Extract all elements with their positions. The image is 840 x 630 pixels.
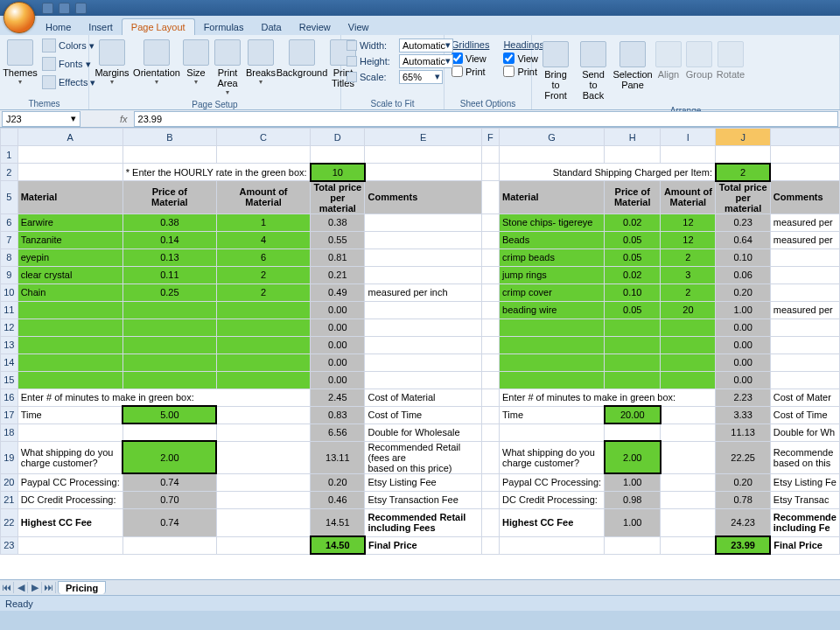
cell[interactable]: 0.21 [311,266,365,284]
cell[interactable] [661,318,716,336]
cell[interactable]: 2.00 [605,441,661,473]
cell[interactable]: clear crystal [18,266,122,284]
cell[interactable] [661,336,716,354]
cell[interactable] [500,371,605,388]
cell[interactable]: Final Price [365,536,481,554]
select-all[interactable] [1,129,18,146]
cell[interactable]: 0.00 [716,354,770,371]
tab-nav-next[interactable]: ▶ [28,582,42,593]
cell[interactable] [500,146,605,164]
cell[interactable]: Chain [18,284,122,301]
cell[interactable] [770,371,839,388]
cell[interactable] [311,146,365,164]
cell[interactable]: Final Price [770,536,839,554]
cell[interactable]: 12 [661,231,716,248]
selection-pane-button[interactable]: Selection Pane [612,38,653,93]
row-header[interactable]: 7 [1,231,18,248]
row-header[interactable]: 13 [1,336,18,354]
cell[interactable]: Paypal CC Processing: [18,473,122,491]
cell[interactable] [661,424,716,441]
formula-input[interactable]: 23.99 [134,111,838,127]
col-H[interactable]: H [605,129,661,146]
cell[interactable] [365,231,481,248]
cell[interactable]: Enter # of minutes to make in green box: [18,388,310,406]
cell[interactable]: 0.02 [605,214,661,231]
gridlines-print-checkbox[interactable]: Print [452,66,489,77]
cell[interactable]: Beads [500,231,605,248]
qat-redo-icon[interactable] [75,3,87,14]
cell[interactable]: 0.05 [605,231,661,248]
cell[interactable] [481,266,499,284]
col-G[interactable]: G [500,129,605,146]
cell[interactable]: 0.23 [716,214,770,231]
cell[interactable] [481,336,499,354]
col-E[interactable]: E [365,129,481,146]
tab-review[interactable]: Review [290,19,340,35]
gridlines-view-checkbox[interactable]: View [452,52,489,64]
cell[interactable]: Paypal CC Processing: [500,473,605,491]
align-button[interactable]: Align [654,38,682,82]
cell[interactable]: 0.20 [311,473,365,491]
cell[interactable] [481,491,499,508]
cell[interactable] [216,536,310,554]
cell[interactable] [481,301,499,318]
cell[interactable] [605,536,661,554]
background-button[interactable]: Background [278,37,326,80]
cell[interactable]: 2 [661,248,716,266]
cell[interactable]: Highest CC Fee [500,508,605,536]
cell[interactable]: measured per [770,231,839,248]
cell[interactable] [365,248,481,266]
cell[interactable]: Enter # of minutes to make in green box: [500,388,716,406]
cell[interactable]: Price of Material [122,181,216,214]
cell[interactable] [770,164,839,181]
cell[interactable] [500,318,605,336]
cell[interactable]: 0.20 [716,284,770,301]
cell[interactable] [216,318,310,336]
cell[interactable]: Recommende including Fe [770,508,839,536]
cell[interactable]: Time [500,406,605,424]
col-C[interactable]: C [216,129,310,146]
name-box[interactable]: J23▾ [2,111,80,127]
row-header[interactable]: 5 [1,181,18,214]
cell[interactable]: Etsy Listing Fe [770,473,839,491]
rotate-button[interactable]: Rotate [716,38,746,82]
tab-home[interactable]: Home [37,19,80,35]
themes-button[interactable]: Themes▾ [4,37,37,88]
cell[interactable] [18,318,122,336]
breaks-button[interactable]: Breaks▾ [245,37,276,88]
cell[interactable]: 0.74 [122,508,216,536]
cell[interactable] [605,354,661,371]
cell[interactable] [365,318,481,336]
cell[interactable]: 0.74 [122,473,216,491]
cell[interactable]: 0.46 [311,491,365,508]
col-I[interactable]: I [661,129,716,146]
cell[interactable] [481,536,499,554]
cell[interactable]: 0.81 [311,248,365,266]
cell[interactable]: 0.00 [311,301,365,318]
cell[interactable]: Etsy Transaction Fee [365,491,481,508]
cell[interactable]: 1.00 [605,508,661,536]
cell[interactable]: DC Credit Processing: [18,491,122,508]
cell[interactable] [122,301,216,318]
cell[interactable] [122,318,216,336]
row-header[interactable]: 8 [1,248,18,266]
tab-nav-last[interactable]: ⏭ [42,582,56,593]
cell[interactable]: 0.00 [311,318,365,336]
cell[interactable] [481,284,499,301]
cell[interactable]: Comments [770,181,839,214]
cell[interactable]: 20.00 [605,406,661,424]
cell[interactable]: 2 [661,284,716,301]
cell[interactable]: 0.00 [716,371,770,388]
cell[interactable] [216,336,310,354]
cell[interactable] [481,388,499,406]
cell[interactable]: 0.70 [122,491,216,508]
cell[interactable]: Highest CC Fee [18,508,122,536]
cell[interactable]: Recommended Retail (fees are based on th… [365,441,481,473]
cell[interactable]: 2 [216,266,310,284]
cell[interactable]: 1.00 [605,473,661,491]
cell[interactable]: 0.05 [605,301,661,318]
cell[interactable] [661,146,716,164]
cell[interactable]: 2.23 [716,388,770,406]
cell[interactable]: 0.11 [122,266,216,284]
cell[interactable]: 13.11 [311,441,365,473]
